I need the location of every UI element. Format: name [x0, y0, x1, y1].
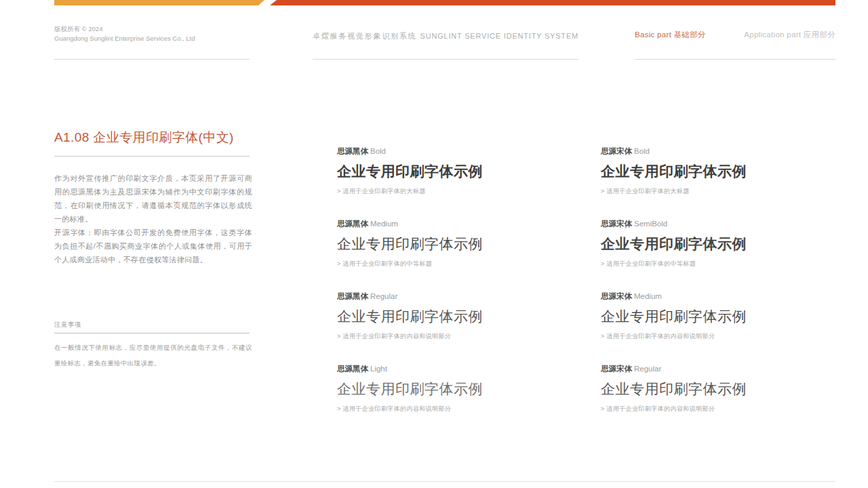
specimen-serif-bold: 思源宋体Bold 企业专用印刷字体示例 > 适用于企业印刷字体的大标题: [601, 146, 831, 219]
note-rule: [54, 333, 250, 333]
specimen-sample: 企业专用印刷字体示例: [601, 234, 831, 254]
font-family-name: 思源黑体: [337, 365, 368, 373]
specimen-sans-medium: 思源黑体Medium 企业专用印刷字体示例 > 适用于企业印刷字体的中等标题: [337, 219, 568, 291]
specimen-sample: 企业专用印刷字体示例: [601, 306, 831, 327]
top-accent-bar-red: [270, 0, 835, 5]
brand-guideline-page: 版权所有 © 2024 Guangdong Sunglint Enterpris…: [0, 0, 868, 488]
page-title: A1.08 企业专用印刷字体(中文): [54, 129, 271, 146]
specimen-label: 思源黑体Bold: [337, 146, 568, 157]
specimen-caption: > 适用于企业印刷字体的内容和说明部分: [601, 332, 831, 341]
specimen-sans-bold: 思源黑体Bold 企业专用印刷字体示例 > 适用于企业印刷字体的大标题: [337, 146, 568, 219]
font-weight-name: Light: [370, 365, 387, 373]
specimen-label: 思源黑体Light: [337, 364, 568, 374]
font-weight-name: Medium: [370, 220, 398, 228]
specimen-serif-semibold: 思源宋体SemiBold 企业专用印刷字体示例 > 适用于企业印刷字体的中等标题: [601, 219, 831, 291]
top-accent-bar-orange: [54, 0, 264, 5]
specimen-column-serif: 思源宋体Bold 企业专用印刷字体示例 > 适用于企业印刷字体的大标题 思源宋体…: [601, 146, 831, 436]
specimen-label: 思源宋体Regular: [601, 364, 831, 374]
specimen-caption: > 适用于企业印刷字体的大标题: [601, 187, 831, 196]
font-family-name: 思源宋体: [601, 220, 632, 228]
nav-application-part[interactable]: Application part 应用部分: [744, 30, 835, 40]
font-family-name: 思源黑体: [337, 147, 368, 155]
header-rule-right: [635, 59, 835, 60]
specimen-caption: > 适用于企业印刷字体的内容和说明部分: [337, 332, 568, 341]
note-title: 注意事项: [54, 321, 81, 329]
header-rule-middle: [313, 59, 578, 60]
specimen-sample: 企业专用印刷字体示例: [337, 306, 568, 327]
intro-paragraph: 作为对外宣传推广的印刷文字介质，本页采用了开源可商用的思源黑体为主及思源宋体为辅…: [54, 171, 252, 226]
specimen-sans-light: 思源黑体Light 企业专用印刷字体示例 > 适用于企业印刷字体的内容和说明部分: [337, 364, 568, 436]
font-family-name: 思源黑体: [337, 220, 368, 228]
specimen-caption: > 适用于企业印刷字体的内容和说明部分: [337, 405, 568, 413]
specimen-serif-regular: 思源宋体Regular 企业专用印刷字体示例 > 适用于企业印刷字体的内容和说明…: [601, 364, 831, 436]
font-family-name: 思源宋体: [601, 292, 632, 300]
font-family-name: 思源宋体: [601, 365, 632, 373]
specimen-sans-regular: 思源黑体Regular 企业专用印刷字体示例 > 适用于企业印刷字体的内容和说明…: [337, 291, 568, 364]
system-title-en: SUNGLINT SERVICE IDENTITY SYSTEM: [420, 32, 578, 40]
opensource-paragraph: 开源字体：即由字体公司开发的免费使用字体，这类字体为负担不起/不愿购买商业字体的…: [54, 226, 252, 266]
copyright-block: 版权所有 © 2024 Guangdong Sunglint Enterpris…: [54, 24, 258, 43]
specimen-caption: > 适用于企业印刷字体的大标题: [337, 187, 568, 196]
specimen-sample: 企业专用印刷字体示例: [601, 161, 831, 182]
specimen-sample: 企业专用印刷字体示例: [337, 234, 568, 254]
specimen-caption: > 适用于企业印刷字体的内容和说明部分: [601, 405, 831, 413]
page-title-rule: [54, 156, 250, 157]
bottom-rule: [54, 481, 835, 482]
specimen-column-sans: 思源黑体Bold 企业专用印刷字体示例 > 适用于企业印刷字体的大标题 思源黑体…: [337, 146, 568, 436]
specimen-label: 思源宋体SemiBold: [601, 219, 831, 229]
font-weight-name: SemiBold: [634, 220, 667, 228]
specimen-label: 思源黑体Regular: [337, 291, 568, 302]
system-title-cn: 卓熠服务视觉形象识别系统: [313, 31, 417, 41]
specimen-caption: > 适用于企业印刷字体的中等标题: [601, 260, 831, 268]
font-family-name: 思源宋体: [601, 147, 632, 155]
specimen-label: 思源宋体Bold: [601, 146, 831, 157]
system-title: 卓熠服务视觉形象识别系统 SUNGLINT SERVICE IDENTITY S…: [313, 31, 578, 41]
specimen-label: 思源宋体Medium: [601, 291, 831, 302]
specimen-sample: 企业专用印刷字体示例: [601, 379, 831, 399]
font-weight-name: Regular: [370, 292, 397, 300]
copyright-line2: Guangdong Sunglint Enterprise Services C…: [54, 34, 258, 43]
specimen-sample: 企业专用印刷字体示例: [337, 161, 568, 182]
specimen-serif-medium: 思源宋体Medium 企业专用印刷字体示例 > 适用于企业印刷字体的内容和说明部…: [601, 291, 831, 364]
copyright-line1: 版权所有 © 2024: [54, 24, 258, 34]
header-rule-left: [54, 59, 250, 60]
font-weight-name: Regular: [634, 365, 661, 373]
font-weight-name: Bold: [370, 147, 386, 155]
font-weight-name: Medium: [634, 292, 662, 300]
note-body: 在一般情况下使用标志，应尽量使用提供的光盘电子文件，不建议重绘标志，避免在重绘中…: [54, 340, 252, 371]
specimen-label: 思源黑体Medium: [337, 219, 568, 229]
nav-basic-part[interactable]: Basic part 基础部分: [635, 30, 706, 40]
specimen-caption: > 适用于企业印刷字体的中等标题: [337, 260, 568, 268]
font-weight-name: Bold: [634, 147, 650, 155]
specimen-sample: 企业专用印刷字体示例: [337, 379, 568, 399]
part-nav: Basic part 基础部分 Application part 应用部分: [635, 30, 835, 40]
font-family-name: 思源黑体: [337, 292, 368, 300]
